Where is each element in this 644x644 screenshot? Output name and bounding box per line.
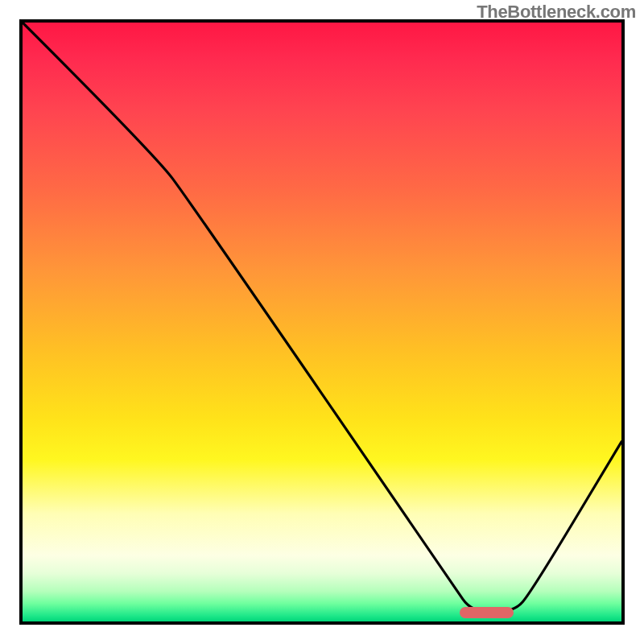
chart-container: TheBottleneck.com xyxy=(0,0,644,644)
watermark-text: TheBottleneck.com xyxy=(477,2,636,23)
plot-area xyxy=(19,19,625,625)
gradient-background xyxy=(23,23,621,621)
optimum-marker xyxy=(460,607,514,618)
